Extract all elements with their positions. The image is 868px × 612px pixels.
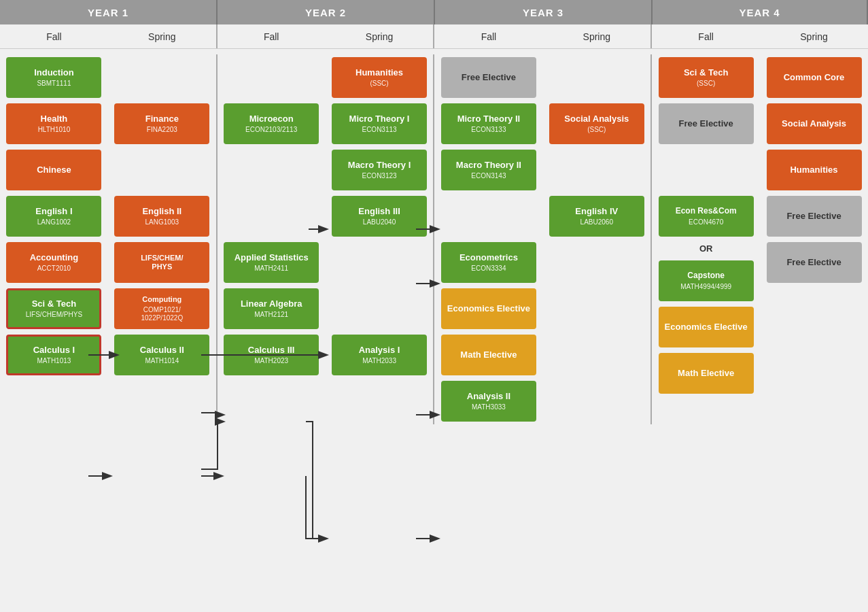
- course-linalg: Linear AlgebraMATH2121: [224, 288, 319, 329]
- course-econ-rescom: Econ Res&ComECON4670: [659, 196, 754, 237]
- course-calc3: Calculus IIIMATH2023: [224, 335, 319, 375]
- course-micro1: Micro Theory IECON3113: [332, 103, 427, 144]
- sem-y1fall: Fall: [0, 24, 108, 48]
- course-macro2: Macro Theory IIECON3143: [441, 150, 536, 190]
- course-english2: English IILANG1003: [114, 196, 209, 237]
- col-y2spring: Humanities(SSC) Micro Theory IECON3113 M…: [326, 54, 434, 424]
- col-y3fall: Free Elective Micro Theory IIECON3133 Ma…: [434, 54, 542, 424]
- sem-y3fall: Fall: [434, 24, 542, 48]
- year4-header: YEAR 4: [653, 0, 868, 24]
- course-free-elective-y4s1: Free Elective: [767, 196, 862, 237]
- course-capstone: CapstoneMATH4994/4999: [659, 260, 754, 301]
- course-chinese: Chinese: [6, 150, 101, 190]
- course-social-y4: Social Analysis: [767, 103, 862, 144]
- course-english4: English IVLABU2060: [549, 196, 644, 237]
- course-econ-elective-y4: Economics Elective: [659, 307, 754, 347]
- sem-y3spring: Spring: [542, 24, 650, 48]
- col-y2fall: MicroeconECON2103/2113 Applied Statistic…: [218, 54, 326, 424]
- course-humanities-y2: Humanities(SSC): [332, 57, 427, 98]
- course-finance: FinanceFINA2203: [114, 103, 209, 144]
- course-scitech1: Sci & TechLIFS/CHEM/PHYS: [6, 288, 101, 329]
- sem-y4fall: Fall: [652, 24, 760, 48]
- course-econometrics: EconometricsECON3334: [441, 242, 536, 283]
- col-y4fall: Sci & Tech(SSC) Free Elective Econ Res&C…: [652, 54, 760, 424]
- year1-header: YEAR 1: [0, 0, 218, 24]
- course-free-elective-y3f: Free Elective: [441, 57, 536, 98]
- course-common-core: Common Core: [767, 57, 862, 98]
- year3-header: YEAR 3: [435, 0, 653, 24]
- col-y4spring: Common Core Social Analysis Humanities F…: [760, 54, 868, 424]
- sem-y1spring: Spring: [108, 24, 216, 48]
- sem-y2spring: Spring: [326, 24, 434, 48]
- semester-headers: Fall Spring Fall Spring Fall Spring Fall…: [0, 24, 868, 49]
- year2-header: YEAR 2: [218, 0, 435, 24]
- course-scitech-y4: Sci & Tech(SSC): [659, 57, 754, 98]
- course-free-elective-y4s2: Free Elective: [767, 242, 862, 283]
- or-label: OR: [699, 242, 713, 255]
- sem-y2fall: Fall: [218, 24, 326, 48]
- course-english1: English ILANG1002: [6, 196, 101, 237]
- course-computing: ComputingCOMP1021/1022P/1022Q: [114, 288, 209, 329]
- grid-area: InductionSBMT1111 HealthHLTH1010 Chinese…: [0, 49, 868, 430]
- course-analysis1: Analysis IMATH2033: [332, 335, 427, 375]
- sem-y4spring: Spring: [760, 24, 868, 48]
- course-microecon: MicroeconECON2103/2113: [224, 103, 319, 144]
- curriculum-container: YEAR 1 YEAR 2 YEAR 3 YEAR 4 Fall Spring …: [0, 0, 868, 612]
- course-analysis2: Analysis IIMATH3033: [441, 381, 536, 422]
- course-calc2: Calculus IIMATH1014: [114, 335, 209, 375]
- course-free-elective-y4f: Free Elective: [659, 103, 754, 144]
- col-y1spring: FinanceFINA2203 English IILANG1003 LIFS/…: [108, 54, 216, 424]
- course-appstats: Applied StatisticsMATH2411: [224, 242, 319, 283]
- course-accounting: AccountingACCT2010: [6, 242, 101, 283]
- course-calc1: Calculus IMATH1013: [6, 335, 101, 375]
- course-math-elective-y4: Math Elective: [659, 353, 754, 394]
- course-induction: InductionSBMT1111: [6, 57, 101, 98]
- year-headers: YEAR 1 YEAR 2 YEAR 3 YEAR 4: [0, 0, 868, 24]
- course-micro2: Micro Theory IIECON3133: [441, 103, 536, 144]
- course-health: HealthHLTH1010: [6, 103, 101, 144]
- col-y3spring: Social Analysis(SSC) English IVLABU2060: [542, 54, 650, 424]
- course-social-y3: Social Analysis(SSC): [549, 103, 644, 144]
- course-macro1: Macro Theory IECON3123: [332, 150, 427, 190]
- course-lifs: LIFS/CHEM/PHYS: [114, 242, 209, 283]
- col-y1fall: InductionSBMT1111 HealthHLTH1010 Chinese…: [0, 54, 108, 424]
- course-math-elective-y3: Math Elective: [441, 335, 536, 375]
- course-econ-elective-y3: Economics Elective: [441, 288, 536, 329]
- course-humanities-y4: Humanities: [767, 150, 862, 190]
- course-english3: English IIILABU2040: [332, 196, 427, 237]
